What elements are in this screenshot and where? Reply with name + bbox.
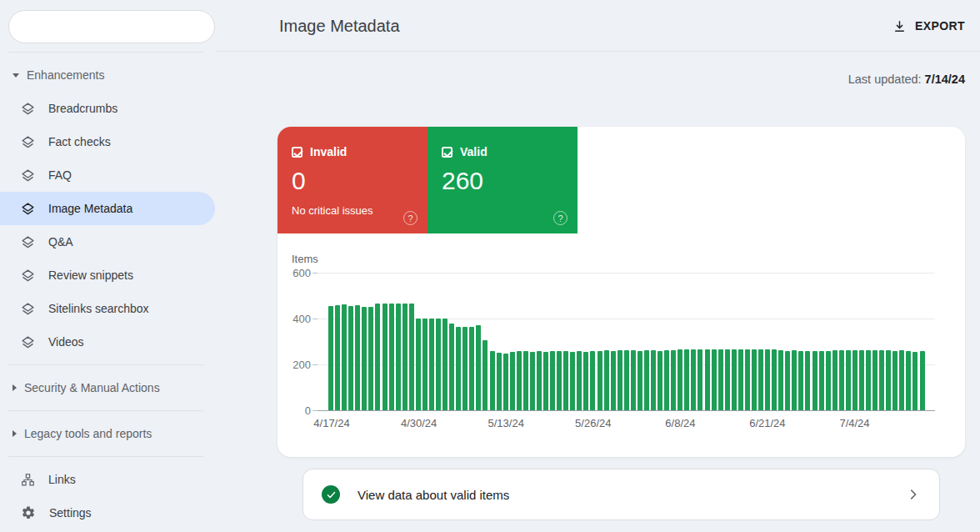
chart-bar[interactable] [859,350,864,410]
invalid-card[interactable]: Invalid 0 No critical issues [278,127,428,233]
chart-bar[interactable] [920,351,925,410]
chart-bar[interactable] [382,304,388,410]
chart-bar[interactable] [497,353,502,410]
chart-bar[interactable] [543,352,548,410]
chart-bar[interactable] [537,351,542,410]
chart-bar[interactable] [899,350,904,410]
chart-bar[interactable] [718,349,723,410]
sidebar-item-links[interactable]: Links [0,463,215,496]
chart-bar[interactable] [550,351,555,410]
chart-bar[interactable] [758,349,763,410]
sidebar-item-settings[interactable]: Settings [0,496,215,529]
chart-bar[interactable] [631,350,636,410]
help-icon[interactable] [553,211,568,225]
chart-bar[interactable] [725,349,730,410]
chart-bar[interactable] [563,351,568,410]
sidebar-item-sitelinks-searchbox[interactable]: Sitelinks searchbox [0,292,215,325]
chart-bar[interactable] [429,319,434,410]
chart-bar[interactable] [449,324,454,410]
chart-bar[interactable] [503,354,508,411]
chart-bar[interactable] [826,351,831,411]
chart-bar[interactable] [832,350,838,410]
chart-bar[interactable] [375,304,380,410]
chart-bar[interactable] [618,350,622,410]
sidebar-section-enhancements[interactable]: Enhancements [0,63,215,87]
chart-bar[interactable] [886,350,891,410]
chart-bar[interactable] [530,352,535,410]
chart-bar[interactable] [819,351,824,410]
sidebar-item-faq[interactable]: FAQ [0,158,215,192]
valid-card[interactable]: Valid 260 [428,127,578,233]
chart-bar[interactable] [368,307,373,410]
chart-bar[interactable] [765,349,770,410]
chart-bar[interactable] [583,352,588,410]
chart-bar[interactable] [577,351,582,410]
chart-bar[interactable] [355,305,360,410]
chart-bar[interactable] [691,349,696,410]
chart-bar[interactable] [604,350,609,410]
sidebar-item-image-metadata[interactable]: Image Metadata [0,192,215,225]
chart-bar[interactable] [892,351,898,411]
chart-bar[interactable] [362,307,367,410]
chart-bar[interactable] [664,350,669,410]
checkbox-checked-icon[interactable] [292,147,302,158]
chart-bar[interactable] [839,350,844,410]
chart-bar[interactable] [510,352,515,410]
chart-bar[interactable] [638,351,642,411]
chart-bar[interactable] [732,349,737,410]
chart-bar[interactable] [590,351,595,410]
view-valid-items-row[interactable]: View data about valid items [302,469,940,520]
chart-bar[interactable] [482,340,488,410]
chart-bar[interactable] [745,349,750,410]
chart-bar[interactable] [792,350,797,410]
chart-bar[interactable] [570,352,575,410]
chart-bar[interactable] [906,351,911,410]
chart-bar[interactable] [442,319,448,410]
sidebar-item-fact-checks[interactable]: Fact checks [0,125,215,158]
chart-bar[interactable] [651,350,656,410]
sidebar-section-legacy-tools[interactable]: Legacy tools and reports [0,422,215,445]
chart-bar[interactable] [778,350,783,410]
chart-bar[interactable] [678,349,682,410]
chart-bar[interactable] [469,327,474,410]
chart-bar[interactable] [557,351,562,410]
chart-bar[interactable] [658,351,662,411]
chart-bar[interactable] [335,305,340,410]
chart-bar[interactable] [462,327,468,410]
chart-bar[interactable] [416,319,421,410]
chart-bar[interactable] [523,351,528,410]
chart-bar[interactable] [402,304,408,410]
chart-bar[interactable] [476,325,481,410]
chart-bar[interactable] [456,327,461,410]
chart-bar[interactable] [872,350,878,410]
chart-bar[interactable] [389,304,394,410]
chart-bar[interactable] [805,351,810,410]
chart-bar[interactable] [671,350,676,410]
chart-bar[interactable] [348,306,353,410]
sidebar-item-review-snippets[interactable]: Review snippets [0,258,215,292]
chart-bar[interactable] [598,351,602,411]
chart-bar[interactable] [342,304,347,410]
sidebar-item-videos[interactable]: Videos [0,325,215,359]
chart-bar[interactable] [644,350,649,410]
chart-bar[interactable] [517,351,522,410]
chart-bar[interactable] [409,304,414,410]
checkbox-checked-icon[interactable] [442,147,452,158]
chart-bar[interactable] [846,350,851,410]
chart-bar[interactable] [852,350,858,410]
sidebar-item-qa[interactable]: Q&A [0,225,215,258]
search-input[interactable] [8,10,215,43]
chart-bar[interactable] [396,304,401,410]
sidebar-item-breadcrumbs[interactable]: Breadcrumbs [0,92,215,125]
help-icon[interactable] [403,211,418,225]
chart-bar[interactable] [422,319,428,410]
chart-bar[interactable] [879,350,884,410]
chart-bar[interactable] [866,350,871,410]
chart-bar[interactable] [785,351,790,411]
chart-bar[interactable] [772,349,777,410]
chart-bar[interactable] [328,306,333,410]
chart-bar[interactable] [490,351,495,410]
chart-bar[interactable] [684,349,689,410]
chart-bar[interactable] [798,351,803,411]
chart-bar[interactable] [705,349,710,410]
